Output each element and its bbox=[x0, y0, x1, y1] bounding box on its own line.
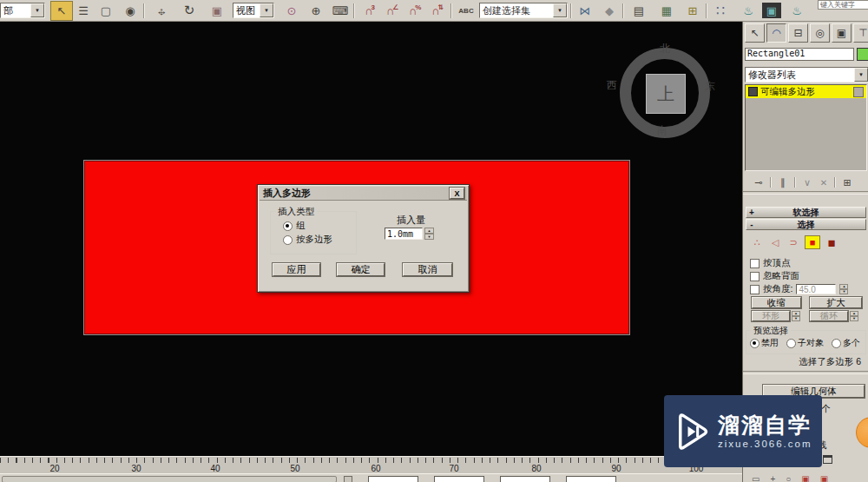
radio-on-icon[interactable] bbox=[283, 221, 293, 231]
grow-button[interactable]: 扩大 bbox=[810, 297, 862, 308]
apply-button[interactable]: 应用 bbox=[273, 263, 320, 276]
tab-motion-icon[interactable]: ◎ bbox=[810, 23, 830, 43]
rollout-selection[interactable]: - 选择 bbox=[746, 219, 866, 230]
coordinate-z-input[interactable] bbox=[500, 476, 550, 482]
viewcube-north-label[interactable]: 北 bbox=[660, 42, 670, 56]
schematic-view-icon[interactable]: ⊞ bbox=[682, 2, 703, 19]
checkbox-icon[interactable] bbox=[750, 272, 760, 281]
polygon-mode-icon[interactable]: ■ bbox=[805, 235, 820, 249]
close-icon[interactable]: X bbox=[450, 188, 464, 199]
ignore-backfacing-row[interactable]: 忽略背面 bbox=[750, 270, 799, 282]
checkbox-icon[interactable] bbox=[750, 285, 760, 294]
scale-icon[interactable]: ▣ bbox=[207, 2, 227, 19]
perspective-viewport[interactable]: 上 北 西 南 东 插入多边形 X 插入类型 组 按多边形 插入量 bbox=[0, 21, 742, 456]
vertex-mode-icon[interactable]: ∴ bbox=[750, 236, 764, 248]
make-unique-icon[interactable]: ∨ bbox=[799, 174, 816, 191]
ring-spinner[interactable]: ▲ ▼ bbox=[792, 311, 800, 321]
modifier-list-combo[interactable]: 修改器列表 ▼ bbox=[745, 67, 868, 83]
render-setup-icon[interactable]: ♨ bbox=[738, 2, 759, 19]
named-selection-set-combo[interactable]: 创建选择集 ▼ bbox=[479, 3, 568, 18]
spinner-down-icon[interactable]: ▼ bbox=[792, 316, 800, 321]
spinner-up-icon[interactable]: ▲ bbox=[424, 228, 434, 234]
element-mode-icon[interactable]: ◼ bbox=[825, 236, 838, 248]
zoom-extents-icon[interactable]: ▣ bbox=[801, 474, 809, 482]
tab-modify-icon[interactable]: ◠ bbox=[766, 23, 786, 43]
chevron-down-icon[interactable]: ▼ bbox=[260, 3, 273, 17]
keyboard-override-icon[interactable]: ⌨ bbox=[330, 2, 351, 19]
viewcube-top-face[interactable]: 上 bbox=[646, 74, 686, 114]
radio-off-icon[interactable] bbox=[283, 235, 293, 245]
orbit-icon[interactable]: ○ bbox=[786, 474, 791, 482]
partial-window-icon[interactable] bbox=[823, 455, 832, 464]
radio-group-row[interactable]: 组 bbox=[283, 220, 306, 232]
curve-editor-icon[interactable]: ▦ bbox=[656, 2, 677, 19]
loop-button[interactable]: 循环 bbox=[810, 311, 848, 321]
by-angle-row[interactable]: 按角度: 45.0 ▲ ▼ bbox=[750, 283, 848, 295]
preview-subobj-radio[interactable]: 子对象 bbox=[786, 337, 824, 349]
select-by-name-icon[interactable]: ☰ bbox=[73, 2, 94, 19]
select-and-manipulate-icon[interactable]: ⊕ bbox=[306, 2, 326, 19]
preview-multi-radio[interactable]: 多个 bbox=[832, 337, 860, 349]
infocenter-search-input[interactable]: 键入关键字 bbox=[818, 0, 868, 10]
object-name-input[interactable]: Rectangle01 bbox=[745, 48, 854, 61]
checkbox-icon[interactable] bbox=[750, 259, 760, 268]
rollout-toggle-icon[interactable]: - bbox=[746, 220, 757, 229]
use-pivot-center-icon[interactable]: ⊙ bbox=[281, 2, 302, 19]
mirror-icon[interactable]: ⋈ bbox=[575, 2, 595, 19]
inset-amount-spinner[interactable]: ▲ ▼ bbox=[424, 228, 434, 240]
loop-spinner[interactable]: ▲ ▼ bbox=[850, 311, 858, 321]
pin-stack-icon[interactable]: ⊸ bbox=[750, 174, 767, 191]
angle-value-input[interactable]: 45.0 bbox=[796, 284, 836, 294]
ok-button[interactable]: 确定 bbox=[337, 263, 385, 276]
spinner-down-icon[interactable]: ▼ bbox=[850, 316, 858, 321]
edge-mode-icon[interactable]: ◁ bbox=[768, 236, 782, 248]
radio-on-icon[interactable] bbox=[750, 339, 760, 348]
remove-modifier-icon[interactable]: ✕ bbox=[816, 174, 832, 191]
align-icon[interactable]: ◆ bbox=[599, 2, 620, 19]
radio-bypolygon-row[interactable]: 按多边形 bbox=[283, 234, 332, 246]
selection-filter-combo[interactable]: 部 ▼ bbox=[0, 3, 45, 18]
viewcube-south-label[interactable]: 南 bbox=[657, 123, 667, 138]
grid-size-input[interactable] bbox=[566, 476, 616, 482]
maximize-viewport-icon[interactable]: ▣ bbox=[820, 474, 828, 482]
reference-coordsys-combo[interactable]: 视图 ▼ bbox=[233, 3, 274, 18]
by-vertex-row[interactable]: 按顶点 bbox=[750, 257, 791, 269]
chevron-down-icon[interactable]: ▼ bbox=[553, 3, 567, 17]
rotate-icon[interactable]: ↻ bbox=[179, 2, 200, 19]
selection-filter-window-icon[interactable]: ◉ bbox=[120, 2, 141, 19]
time-ruler[interactable]: 20 30 40 50 60 70 80 90 100 bbox=[0, 456, 742, 474]
rollout-toggle-icon[interactable]: + bbox=[746, 208, 757, 217]
border-mode-icon[interactable]: ⊃ bbox=[786, 236, 800, 248]
snap-toggle-3d-icon[interactable]: ∩3 bbox=[359, 2, 380, 19]
stack-item-editable-poly[interactable]: 可编辑多边形 bbox=[746, 85, 866, 98]
tab-create-icon[interactable]: ↖ bbox=[745, 23, 765, 43]
zoom-icon[interactable]: ▭ bbox=[752, 474, 760, 482]
coordinate-x-input[interactable] bbox=[368, 476, 418, 482]
tab-display-icon[interactable]: ▣ bbox=[832, 23, 852, 43]
subobject-expand-icon[interactable] bbox=[748, 87, 758, 96]
tab-utilities-icon[interactable]: ⊤ bbox=[853, 23, 868, 43]
show-end-result-icon[interactable]: ∥ bbox=[774, 174, 792, 191]
spinner-down-icon[interactable]: ▼ bbox=[839, 289, 848, 294]
material-editor-icon[interactable]: ∷ bbox=[710, 2, 731, 19]
modifier-onoff-icon[interactable] bbox=[853, 87, 864, 97]
select-object-icon[interactable]: ↖ bbox=[50, 1, 73, 21]
render-production-icon[interactable]: ♨ bbox=[786, 2, 807, 19]
pan-icon[interactable]: + bbox=[770, 474, 775, 482]
percent-snap-icon[interactable]: ∩% bbox=[404, 2, 425, 19]
track-bar[interactable] bbox=[2, 476, 337, 482]
configure-modifier-sets-icon[interactable]: ⊞ bbox=[838, 174, 856, 191]
radio-off-icon[interactable] bbox=[786, 339, 796, 348]
rollout-soft-selection[interactable]: + 软选择 bbox=[746, 207, 866, 218]
shrink-button[interactable]: 收缩 bbox=[752, 297, 801, 308]
cancel-button[interactable]: 取消 bbox=[403, 263, 452, 276]
viewcube-west-label[interactable]: 西 bbox=[607, 78, 617, 93]
viewcube-east-label[interactable]: 东 bbox=[705, 79, 715, 94]
edit-named-selection-icon[interactable]: ABC bbox=[455, 2, 477, 19]
spinner-snap-icon[interactable]: ∩⇅ bbox=[427, 2, 448, 19]
chevron-down-icon[interactable]: ▼ bbox=[30, 3, 44, 17]
inset-amount-input[interactable]: 1.0mm bbox=[385, 228, 423, 240]
status-mini-button[interactable] bbox=[344, 476, 352, 482]
radio-off-icon[interactable] bbox=[832, 339, 841, 348]
preview-off-radio[interactable]: 禁用 bbox=[750, 337, 779, 349]
